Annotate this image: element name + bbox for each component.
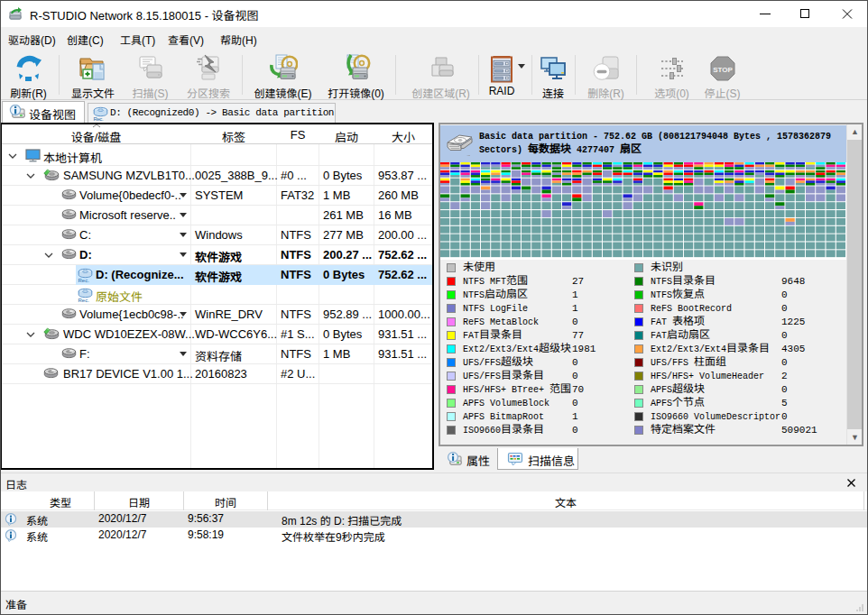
svg-text:STOP: STOP	[713, 66, 733, 74]
svg-text:Rec.: Rec.	[94, 116, 104, 121]
svg-text:Rec.: Rec.	[78, 298, 90, 302]
svg-text:Rec.: Rec.	[78, 278, 90, 282]
